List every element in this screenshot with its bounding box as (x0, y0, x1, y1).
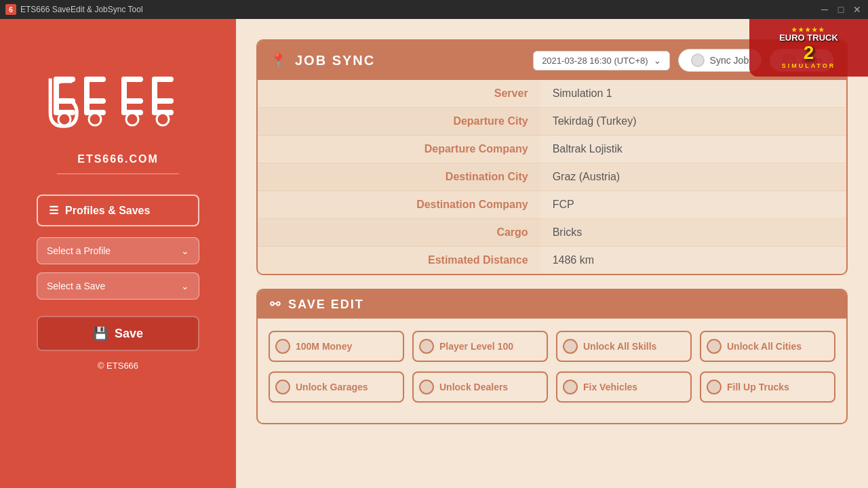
share-icon: ⚯ (270, 297, 281, 312)
row-label: Server (258, 80, 540, 108)
row-value: Simulation 1 (540, 80, 846, 108)
svg-point-23 (157, 113, 169, 125)
profiles-icon: ☰ (49, 204, 58, 217)
datetime-selector[interactable]: 2021-03-28 16:30 (UTC+8) ⌄ (533, 51, 669, 70)
chevron-down-icon-2: ⌄ (181, 281, 189, 291)
chevron-down-icon: ⌄ (181, 245, 189, 256)
edit-buttons-row-2: Unlock GaragesUnlock DealersFix Vehicles… (269, 371, 835, 403)
svg-point-17 (126, 113, 138, 125)
main-content: 📍 JOB SYNC 2021-03-28 16:30 (UTC+8) ⌄ Sy… (236, 19, 868, 488)
select-save-label: Select a Save (47, 281, 105, 291)
save-label: Save (115, 327, 143, 341)
minimize-button[interactable]: ─ (819, 4, 830, 15)
job-sync-title: 📍 JOB SYNC (270, 52, 375, 68)
row-label: Destination Company (258, 191, 540, 219)
window-controls: ─ □ ✕ (819, 4, 863, 15)
window-title: ETS666 SaveEdit & JobSync Tool (20, 5, 819, 14)
btn-trucks-button[interactable]: Fill Up Trucks (700, 371, 835, 403)
edit-buttons-row-1: 100M MoneyPlayer Level 100Unlock All Ski… (269, 331, 835, 362)
toggle-indicator (275, 380, 290, 394)
toggle-indicator (275, 339, 290, 354)
app-logo (43, 66, 193, 148)
profiles-saves-button[interactable]: ☰ Profiles & Saves (37, 195, 199, 226)
row-label: Departure Company (258, 136, 540, 163)
toggle-indicator (563, 339, 578, 354)
titlebar: 6 ETS666 SaveEdit & JobSync Tool ─ □ ✕ (0, 0, 868, 19)
save-icon: 💾 (93, 326, 108, 341)
row-label: Destination City (258, 163, 540, 191)
btn-100m-button[interactable]: 100M Money (269, 331, 404, 362)
maximize-button[interactable]: □ (835, 4, 846, 15)
svg-point-11 (89, 113, 101, 125)
sync-job-label: Sync Job (710, 55, 749, 66)
select-save-dropdown[interactable]: Select a Save ⌄ (37, 272, 199, 300)
toggle-indicator (419, 339, 434, 354)
logo-url: ETS666.COM (77, 153, 159, 165)
row-value: Graz (Austria) (540, 163, 846, 191)
et2-logo-area: ★★★★★ EURO TRUCK 2 SIMULATOR (749, 19, 868, 77)
sidebar: ETS666.COM ☰ Profiles & Saves Select a P… (0, 0, 236, 488)
row-value: Baltrak Lojistik (540, 136, 846, 163)
row-label: Departure City (258, 108, 540, 136)
copyright-text: © ETS666 (98, 361, 138, 371)
svg-point-5 (58, 113, 71, 125)
chevron-down-icon-3: ⌄ (654, 56, 661, 66)
location-icon: 📍 (270, 52, 288, 68)
select-profile-dropdown[interactable]: Select a Profile ⌄ (37, 237, 199, 264)
profiles-saves-label: Profiles & Saves (65, 205, 150, 217)
btn-dealers-button[interactable]: Unlock Dealers (412, 371, 548, 403)
toggle-indicator (419, 380, 434, 394)
close-button[interactable]: ✕ (852, 4, 863, 15)
toggle-indicator (707, 380, 722, 394)
toggle-indicator (563, 380, 578, 394)
save-edit-body: 100M MoneyPlayer Level 100Unlock All Ski… (258, 319, 846, 423)
row-value: Bricks (540, 219, 846, 247)
btn-level-button[interactable]: Player Level 100 (412, 331, 548, 362)
row-value: FCP (540, 191, 846, 219)
row-label: Cargo (258, 219, 540, 247)
btn-skills-button[interactable]: Unlock All Skills (556, 331, 692, 362)
table-row: Departure City Tekirdağ (Turkey) (258, 108, 846, 136)
toggle-indicator (707, 339, 722, 354)
row-label: Estimated Distance (258, 247, 540, 274)
logo-area: ETS666.COM (43, 66, 193, 195)
job-table: Server Simulation 1 Departure City Tekir… (258, 80, 846, 274)
row-value: Tekirdağ (Turkey) (540, 108, 846, 136)
sidebar-divider (57, 174, 179, 174)
btn-vehicles-button[interactable]: Fix Vehicles (556, 371, 692, 403)
select-profile-label: Select a Profile (47, 245, 111, 256)
row-value: 1486 km (540, 247, 846, 274)
btn-garages-button[interactable]: Unlock Garages (269, 371, 404, 403)
save-edit-header: ⚯ SAVE EDIT (258, 290, 846, 319)
save-button[interactable]: 💾 Save (37, 316, 199, 351)
datetime-value: 2021-03-28 16:30 (UTC+8) (542, 56, 648, 66)
save-edit-title: SAVE EDIT (288, 298, 364, 312)
app-icon: 6 (5, 4, 16, 15)
et2-logo: ★★★★★ EURO TRUCK 2 SIMULATOR (779, 26, 838, 68)
table-row: Destination City Graz (Austria) (258, 163, 846, 191)
sync-toggle-circle (691, 54, 705, 67)
table-row: Estimated Distance 1486 km (258, 247, 846, 274)
btn-cities-button[interactable]: Unlock All Cities (700, 331, 835, 362)
table-row: Destination Company FCP (258, 191, 846, 219)
table-row: Server Simulation 1 (258, 80, 846, 108)
save-edit-panel: ⚯ SAVE EDIT 100M MoneyPlayer Level 100Un… (256, 289, 848, 424)
table-row: Cargo Bricks (258, 219, 846, 247)
table-row: Departure Company Baltrak Lojistik (258, 136, 846, 163)
